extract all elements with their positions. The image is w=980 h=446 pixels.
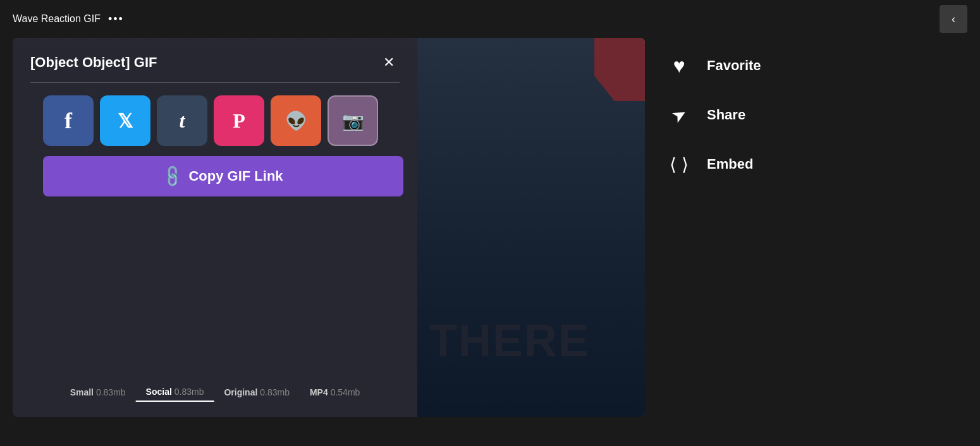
reddit-share-button[interactable]: 👽	[271, 95, 321, 146]
top-bar: Wave Reaction GIF ••• ‹	[0, 0, 980, 38]
send-icon: ➤	[668, 102, 690, 128]
gif-container: WHALE HELLO THERE [Object Object] GIF ✕ …	[13, 38, 645, 417]
size-social-label: Social	[146, 387, 175, 397]
size-social-value: 0.83mb	[175, 387, 204, 397]
size-original-label: Original	[224, 387, 260, 397]
instagram-icon: 📷	[342, 111, 364, 131]
copy-gif-label: Copy GIF Link	[188, 168, 283, 184]
share-label: Share	[707, 107, 745, 123]
twitter-share-button[interactable]: 𝕏	[100, 95, 150, 146]
size-tab-small[interactable]: Small 0.83mb	[60, 383, 136, 402]
link-icon: 🔗	[160, 163, 186, 189]
embed-icon-container: ⟨ ⟩	[664, 149, 694, 179]
size-original-value: 0.83mb	[260, 387, 290, 397]
share-action[interactable]: ➤ Share	[664, 100, 948, 130]
modal-overlay: [Object Object] GIF ✕ f 𝕏 t	[13, 38, 645, 417]
facebook-icon: f	[64, 107, 72, 134]
twitter-icon: 𝕏	[118, 110, 133, 132]
code-brackets-icon: ⟨ ⟩	[670, 154, 689, 175]
size-mp4-value: 0.54mb	[331, 387, 360, 397]
right-sidebar: ♥ Favorite ➤ Share ⟨ ⟩ Embed	[645, 38, 967, 433]
embed-action[interactable]: ⟨ ⟩ Embed	[664, 149, 948, 179]
copy-gif-link-button[interactable]: 🔗 Copy GIF Link	[43, 156, 403, 196]
reddit-icon: 👽	[285, 111, 307, 131]
favorite-icon-container: ♥	[664, 51, 694, 81]
embed-label: Embed	[707, 156, 753, 172]
main-content: WHALE HELLO THERE [Object Object] GIF ✕ …	[0, 38, 980, 446]
size-selector: Small 0.83mb Social 0.83mb Original 0.83…	[60, 383, 371, 402]
pinterest-icon: P	[233, 109, 245, 133]
size-small-value: 0.83mb	[96, 387, 126, 397]
tumblr-share-button[interactable]: t	[157, 95, 207, 146]
modal-header: [Object Object] GIF ✕	[30, 53, 400, 72]
share-icon-container: ➤	[664, 100, 694, 130]
size-small-label: Small	[70, 387, 96, 397]
more-options-dots[interactable]: •••	[108, 13, 124, 26]
facebook-share-button[interactable]: f	[43, 95, 94, 146]
top-bar-left: Wave Reaction GIF •••	[13, 13, 124, 26]
size-tab-mp4[interactable]: MP4 0.54mb	[300, 383, 370, 402]
page-title: Wave Reaction GIF	[13, 13, 101, 25]
size-tab-original[interactable]: Original 0.83mb	[214, 383, 300, 402]
size-mp4-label: MP4	[310, 387, 331, 397]
social-icons-row: f 𝕏 t P 👽 📷	[30, 95, 400, 146]
size-tab-social[interactable]: Social 0.83mb	[136, 383, 214, 402]
share-modal: [Object Object] GIF ✕ f 𝕏 t	[13, 38, 417, 417]
modal-title: [Object Object] GIF	[30, 54, 157, 71]
favorite-label: Favorite	[707, 57, 761, 74]
heart-icon: ♥	[673, 54, 685, 78]
modal-divider	[30, 82, 400, 83]
back-button[interactable]: ‹	[940, 5, 967, 33]
favorite-action[interactable]: ♥ Favorite	[664, 51, 948, 81]
modal-close-button[interactable]: ✕	[378, 53, 400, 72]
pinterest-share-button[interactable]: P	[214, 95, 264, 146]
tumblr-icon: t	[180, 109, 185, 133]
instagram-share-button[interactable]: 📷	[328, 95, 378, 146]
